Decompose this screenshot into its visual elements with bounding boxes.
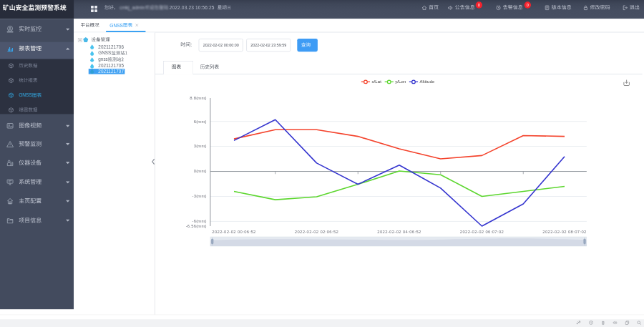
- svg-text:8.8(mm): 8.8(mm): [190, 96, 206, 100]
- svg-text:2022-02-02 06:07:02: 2022-02-02 06:07:02: [460, 230, 504, 234]
- svg-text:Altitude: Altitude: [419, 79, 434, 84]
- svg-text:x/Lat: x/Lat: [371, 79, 381, 84]
- svg-text:0(mm): 0(mm): [194, 169, 207, 173]
- svg-text:2022-02-02 08:07:02: 2022-02-02 08:07:02: [542, 230, 586, 234]
- svg-text:3(mm): 3(mm): [194, 144, 207, 148]
- svg-text:y/Lon: y/Lon: [395, 79, 406, 84]
- svg-text:2022-02-02 02:06:52: 2022-02-02 02:06:52: [295, 230, 338, 234]
- svg-text:2022-02-02 00:06:52: 2022-02-02 00:06:52: [212, 230, 255, 234]
- svg-text:-3(mm): -3(mm): [192, 194, 207, 198]
- svg-text:2022-02-02 04:06:52: 2022-02-02 04:06:52: [377, 230, 421, 234]
- svg-text:-6.56(mm): -6.56(mm): [186, 224, 207, 228]
- svg-text:6(mm): 6(mm): [194, 119, 207, 124]
- svg-text:-6(mm): -6(mm): [192, 219, 207, 223]
